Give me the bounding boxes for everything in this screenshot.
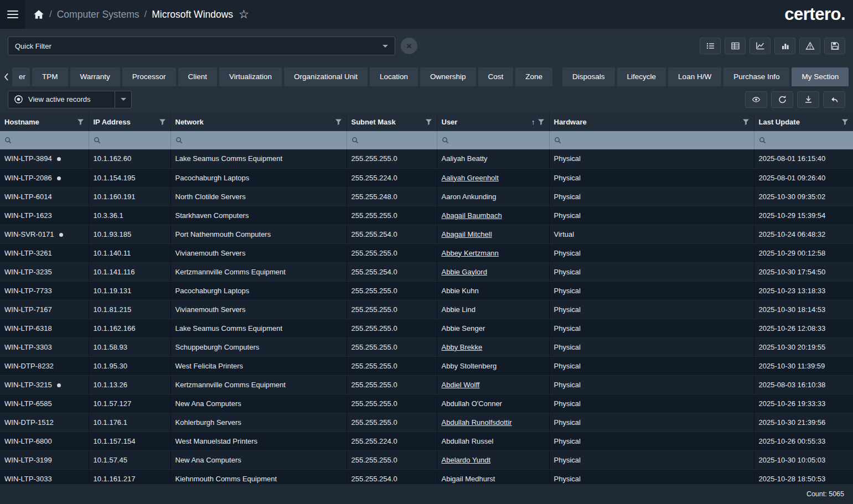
user-link[interactable]: Abdullah Runolfsdottir [442,418,512,427]
table-row[interactable]: WIN-LTP-3303 10.1.58.93 Schuppeburgh Com… [0,337,853,356]
column-search-cell[interactable] [170,131,347,149]
table-view-icon[interactable] [725,38,746,54]
alerts-icon[interactable] [799,38,820,54]
tab[interactable]: Location [370,67,418,86]
sort-ascending-icon[interactable]: ↑ [531,118,535,126]
table-row[interactable]: WIN-LTP-6800 10.1.157.154 West Manuelsta… [0,432,853,450]
view-selector-main[interactable]: View active records [8,95,115,104]
tab[interactable]: Disposals [562,67,615,86]
user-link[interactable]: Aaron Ankunding [442,193,497,201]
user-link[interactable]: Abdullah O'Conner [442,399,502,408]
user-link[interactable]: Abelardo Yundt [442,456,491,464]
user-link[interactable]: Abbie Lind [442,305,475,314]
column-filter-input[interactable] [565,137,749,144]
filter-funnel-icon[interactable] [159,118,166,126]
column-header[interactable]: Hardware ↑ [549,112,754,131]
filter-funnel-icon[interactable] [841,118,849,126]
table-row[interactable]: WIN-LTP-3894 10.1.162.60 Lake Seamus Com… [0,149,853,168]
home-icon[interactable] [33,9,44,19]
user-link[interactable]: Aaliyah Beatty [442,154,488,163]
table-row[interactable]: WIN-LTP-2086 10.1.154.195 Pacochaburgh L… [0,168,853,187]
column-search-cell[interactable] [347,131,437,149]
table-row[interactable]: WIN-LTP-6585 10.1.57.127 New Ana Compute… [0,394,853,413]
view-selector-caret[interactable] [115,91,131,108]
column-header[interactable]: Network ↑ [170,112,347,131]
filter-funnel-icon[interactable] [335,118,342,126]
tab[interactable]: Organizational Unit [284,67,368,86]
bar-chart-icon[interactable] [774,38,795,54]
table-row[interactable]: WIN-LTP-7167 10.1.81.215 Vivianemouth Se… [0,300,853,319]
tab[interactable]: TPM [32,67,68,86]
tab[interactable]: Purchase Info [723,67,789,86]
user-link[interactable]: Abby Brekke [442,343,483,351]
table-row[interactable]: WIN-SVR-0171 10.1.93.185 Port Nathenmout… [0,225,853,243]
tab[interactable]: Processor [122,67,176,86]
tabs-scroll-left-icon[interactable] [1,67,11,86]
user-link[interactable]: Abagail Baumbach [442,211,502,220]
undo-icon[interactable] [823,91,845,108]
column-search-cell[interactable] [549,131,754,149]
column-filter-input[interactable] [186,137,342,144]
table-row[interactable]: WIN-LTP-3215 10.1.13.26 Kertzmannville C… [0,375,853,394]
table-row[interactable]: WIN-DTP-8232 10.1.95.30 West Felicita Pr… [0,356,853,375]
refresh-icon[interactable] [771,91,793,108]
column-search-cell[interactable] [754,131,853,149]
tab[interactable]: My Section [792,67,849,86]
filter-funnel-icon[interactable] [77,118,84,126]
user-link[interactable]: Abigail Medhurst [442,475,495,483]
tab[interactable]: Virtualization [219,67,282,86]
view-selector[interactable]: View active records [8,91,132,108]
quick-filter-dropdown[interactable]: Quick Filter [8,37,395,55]
column-filter-input[interactable] [769,137,849,144]
user-link[interactable]: Abbie Senger [442,324,485,332]
tab[interactable]: Cost [478,67,514,86]
filter-funnel-icon[interactable] [537,118,545,126]
filter-funnel-icon[interactable] [425,118,432,126]
column-filter-input[interactable] [362,137,432,144]
tab[interactable]: Lifecycle [617,67,666,86]
column-search-cell[interactable] [437,131,549,149]
breadcrumb-section[interactable]: Computer Systems [57,9,139,20]
column-header[interactable]: Subnet Mask ↑ [347,112,437,131]
user-link[interactable]: Abbie Kuhn [442,287,479,295]
table-row[interactable]: WIN-LTP-1623 10.3.36.1 Starkhaven Comput… [0,206,853,225]
tab[interactable]: Loan H/W [668,67,721,86]
user-link[interactable]: Aaliyah Greenholt [442,174,499,182]
tab[interactable]: Client [178,67,218,86]
save-icon[interactable] [824,38,845,54]
table-row[interactable]: WIN-LTP-3261 10.1.140.11 Vivianemouth Se… [0,243,853,262]
column-filter-input[interactable] [452,137,545,144]
column-header[interactable]: IP Address ↑ [89,112,170,131]
column-filter-input[interactable] [104,137,166,144]
favorite-star-icon[interactable]: ☆ [239,8,249,21]
table-row[interactable]: WIN-DTP-1512 10.1.176.1 Kohlerburgh Serv… [0,413,853,432]
list-view-icon[interactable] [700,38,721,54]
column-filter-input[interactable] [15,137,84,144]
user-link[interactable]: Abdullah Russel [442,437,494,445]
table-row[interactable]: WIN-LTP-7733 10.1.19.131 Pacochaburgh La… [0,281,853,300]
user-link[interactable]: Abagail Mitchell [442,230,492,238]
column-search-cell[interactable] [0,131,89,149]
user-link[interactable]: Abdiel Wolff [442,381,480,389]
hamburger-menu-icon[interactable] [0,0,25,29]
tab-clipped[interactable]: er [12,67,30,86]
download-icon[interactable] [797,91,819,108]
table-row[interactable]: WIN-LTP-6318 10.1.162.166 Lake Seamus Co… [0,319,853,337]
table-row[interactable]: WIN-LTP-3235 10.1.141.116 Kertzmannville… [0,262,853,281]
visibility-eye-icon[interactable] [745,91,767,108]
column-header[interactable]: Hostname ↑ [0,112,89,131]
table-row[interactable]: WIN-LTP-6014 10.1.160.191 North Clotilde… [0,187,853,206]
filter-funnel-icon[interactable] [742,118,749,126]
user-link[interactable]: Abby Stoltenberg [442,362,497,370]
table-row[interactable]: WIN-LTP-3033 10.1.161.217 Kiehnmouth Com… [0,469,853,484]
column-header[interactable]: Last Update ↑ [754,112,853,131]
tab[interactable]: Ownership [420,67,476,86]
table-row[interactable]: WIN-LTP-3199 10.1.57.45 New Ana Computer… [0,450,853,469]
tab[interactable]: Warranty [70,67,120,86]
column-search-cell[interactable] [89,131,170,149]
column-header[interactable]: User ↑ [437,112,549,131]
tab[interactable]: Zone [515,67,552,86]
clear-filter-button[interactable]: ✕ [401,38,417,54]
line-chart-icon[interactable] [749,38,771,54]
user-link[interactable]: Abbie Gaylord [442,268,487,276]
